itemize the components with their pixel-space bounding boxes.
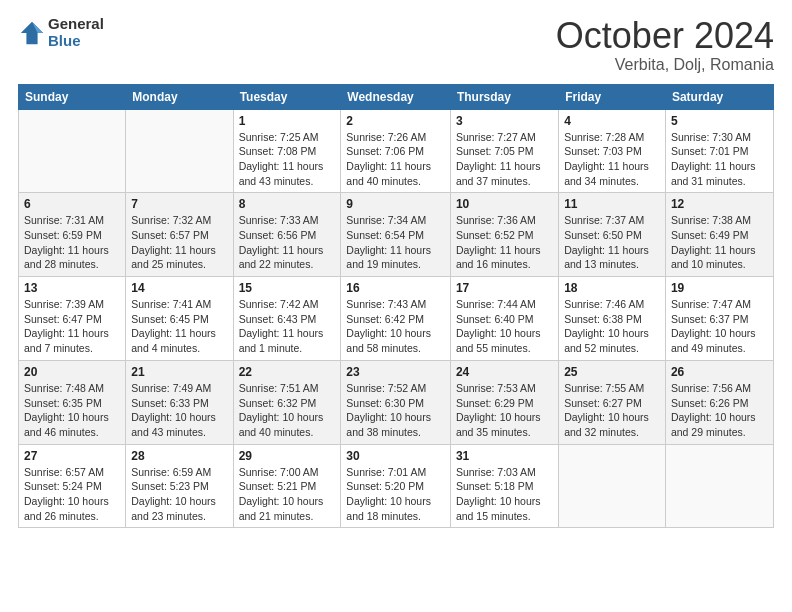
day-info: Sunrise: 7:27 AM Sunset: 7:05 PM Dayligh…: [456, 130, 553, 189]
day-number: 20: [24, 365, 120, 379]
day-info: Sunrise: 6:59 AM Sunset: 5:23 PM Dayligh…: [131, 465, 227, 524]
table-row: 4Sunrise: 7:28 AM Sunset: 7:03 PM Daylig…: [559, 109, 666, 193]
table-row: 25Sunrise: 7:55 AM Sunset: 6:27 PM Dayli…: [559, 360, 666, 444]
table-row: 3Sunrise: 7:27 AM Sunset: 7:05 PM Daylig…: [450, 109, 558, 193]
day-number: 18: [564, 281, 660, 295]
day-info: Sunrise: 7:41 AM Sunset: 6:45 PM Dayligh…: [131, 297, 227, 356]
day-info: Sunrise: 7:26 AM Sunset: 7:06 PM Dayligh…: [346, 130, 445, 189]
day-info: Sunrise: 7:33 AM Sunset: 6:56 PM Dayligh…: [239, 213, 336, 272]
table-row: 23Sunrise: 7:52 AM Sunset: 6:30 PM Dayli…: [341, 360, 451, 444]
day-number: 29: [239, 449, 336, 463]
day-info: Sunrise: 7:42 AM Sunset: 6:43 PM Dayligh…: [239, 297, 336, 356]
col-wednesday: Wednesday: [341, 84, 451, 109]
day-number: 19: [671, 281, 768, 295]
table-row: 5Sunrise: 7:30 AM Sunset: 7:01 PM Daylig…: [665, 109, 773, 193]
table-row: 16Sunrise: 7:43 AM Sunset: 6:42 PM Dayli…: [341, 277, 451, 361]
logo-blue: Blue: [48, 33, 104, 50]
day-number: 5: [671, 114, 768, 128]
col-thursday: Thursday: [450, 84, 558, 109]
table-row: [19, 109, 126, 193]
day-info: Sunrise: 7:31 AM Sunset: 6:59 PM Dayligh…: [24, 213, 120, 272]
col-saturday: Saturday: [665, 84, 773, 109]
day-number: 22: [239, 365, 336, 379]
day-info: Sunrise: 7:46 AM Sunset: 6:38 PM Dayligh…: [564, 297, 660, 356]
day-info: Sunrise: 7:38 AM Sunset: 6:49 PM Dayligh…: [671, 213, 768, 272]
day-number: 17: [456, 281, 553, 295]
table-row: 26Sunrise: 7:56 AM Sunset: 6:26 PM Dayli…: [665, 360, 773, 444]
day-number: 10: [456, 197, 553, 211]
day-number: 31: [456, 449, 553, 463]
page: General Blue October 2024 Verbita, Dolj,…: [0, 0, 792, 612]
day-number: 24: [456, 365, 553, 379]
table-row: 24Sunrise: 7:53 AM Sunset: 6:29 PM Dayli…: [450, 360, 558, 444]
day-number: 11: [564, 197, 660, 211]
table-row: 18Sunrise: 7:46 AM Sunset: 6:38 PM Dayli…: [559, 277, 666, 361]
day-info: Sunrise: 7:49 AM Sunset: 6:33 PM Dayligh…: [131, 381, 227, 440]
table-row: 6Sunrise: 7:31 AM Sunset: 6:59 PM Daylig…: [19, 193, 126, 277]
day-number: 7: [131, 197, 227, 211]
day-info: Sunrise: 7:32 AM Sunset: 6:57 PM Dayligh…: [131, 213, 227, 272]
table-row: 19Sunrise: 7:47 AM Sunset: 6:37 PM Dayli…: [665, 277, 773, 361]
day-info: Sunrise: 7:37 AM Sunset: 6:50 PM Dayligh…: [564, 213, 660, 272]
table-row: [665, 444, 773, 528]
table-row: 29Sunrise: 7:00 AM Sunset: 5:21 PM Dayli…: [233, 444, 341, 528]
day-number: 21: [131, 365, 227, 379]
calendar-week-row: 27Sunrise: 6:57 AM Sunset: 5:24 PM Dayli…: [19, 444, 774, 528]
table-row: 9Sunrise: 7:34 AM Sunset: 6:54 PM Daylig…: [341, 193, 451, 277]
day-info: Sunrise: 7:53 AM Sunset: 6:29 PM Dayligh…: [456, 381, 553, 440]
day-info: Sunrise: 7:43 AM Sunset: 6:42 PM Dayligh…: [346, 297, 445, 356]
table-row: 1Sunrise: 7:25 AM Sunset: 7:08 PM Daylig…: [233, 109, 341, 193]
day-info: Sunrise: 7:00 AM Sunset: 5:21 PM Dayligh…: [239, 465, 336, 524]
table-row: 15Sunrise: 7:42 AM Sunset: 6:43 PM Dayli…: [233, 277, 341, 361]
day-info: Sunrise: 7:30 AM Sunset: 7:01 PM Dayligh…: [671, 130, 768, 189]
day-number: 9: [346, 197, 445, 211]
day-number: 6: [24, 197, 120, 211]
table-row: 14Sunrise: 7:41 AM Sunset: 6:45 PM Dayli…: [126, 277, 233, 361]
day-info: Sunrise: 7:28 AM Sunset: 7:03 PM Dayligh…: [564, 130, 660, 189]
day-info: Sunrise: 7:36 AM Sunset: 6:52 PM Dayligh…: [456, 213, 553, 272]
day-number: 28: [131, 449, 227, 463]
day-info: Sunrise: 7:51 AM Sunset: 6:32 PM Dayligh…: [239, 381, 336, 440]
calendar-table: Sunday Monday Tuesday Wednesday Thursday…: [18, 84, 774, 529]
month-title: October 2024: [556, 16, 774, 56]
table-row: 20Sunrise: 7:48 AM Sunset: 6:35 PM Dayli…: [19, 360, 126, 444]
col-tuesday: Tuesday: [233, 84, 341, 109]
day-number: 2: [346, 114, 445, 128]
day-info: Sunrise: 7:01 AM Sunset: 5:20 PM Dayligh…: [346, 465, 445, 524]
calendar-week-row: 6Sunrise: 7:31 AM Sunset: 6:59 PM Daylig…: [19, 193, 774, 277]
day-number: 13: [24, 281, 120, 295]
day-number: 27: [24, 449, 120, 463]
table-row: 21Sunrise: 7:49 AM Sunset: 6:33 PM Dayli…: [126, 360, 233, 444]
day-info: Sunrise: 7:52 AM Sunset: 6:30 PM Dayligh…: [346, 381, 445, 440]
day-info: Sunrise: 7:56 AM Sunset: 6:26 PM Dayligh…: [671, 381, 768, 440]
table-row: [559, 444, 666, 528]
day-info: Sunrise: 7:55 AM Sunset: 6:27 PM Dayligh…: [564, 381, 660, 440]
table-row: 30Sunrise: 7:01 AM Sunset: 5:20 PM Dayli…: [341, 444, 451, 528]
calendar-week-row: 13Sunrise: 7:39 AM Sunset: 6:47 PM Dayli…: [19, 277, 774, 361]
day-number: 26: [671, 365, 768, 379]
calendar-header-row: Sunday Monday Tuesday Wednesday Thursday…: [19, 84, 774, 109]
logo-general: General: [48, 16, 104, 33]
table-row: 22Sunrise: 7:51 AM Sunset: 6:32 PM Dayli…: [233, 360, 341, 444]
table-row: 17Sunrise: 7:44 AM Sunset: 6:40 PM Dayli…: [450, 277, 558, 361]
logo: General Blue: [18, 16, 104, 49]
header: General Blue October 2024 Verbita, Dolj,…: [18, 16, 774, 74]
table-row: [126, 109, 233, 193]
table-row: 13Sunrise: 7:39 AM Sunset: 6:47 PM Dayli…: [19, 277, 126, 361]
day-info: Sunrise: 7:44 AM Sunset: 6:40 PM Dayligh…: [456, 297, 553, 356]
table-row: 11Sunrise: 7:37 AM Sunset: 6:50 PM Dayli…: [559, 193, 666, 277]
day-info: Sunrise: 7:03 AM Sunset: 5:18 PM Dayligh…: [456, 465, 553, 524]
day-info: Sunrise: 6:57 AM Sunset: 5:24 PM Dayligh…: [24, 465, 120, 524]
table-row: 12Sunrise: 7:38 AM Sunset: 6:49 PM Dayli…: [665, 193, 773, 277]
col-friday: Friday: [559, 84, 666, 109]
logo-icon: [18, 19, 46, 47]
col-monday: Monday: [126, 84, 233, 109]
table-row: 2Sunrise: 7:26 AM Sunset: 7:06 PM Daylig…: [341, 109, 451, 193]
col-sunday: Sunday: [19, 84, 126, 109]
day-number: 14: [131, 281, 227, 295]
day-number: 25: [564, 365, 660, 379]
table-row: 7Sunrise: 7:32 AM Sunset: 6:57 PM Daylig…: [126, 193, 233, 277]
day-number: 1: [239, 114, 336, 128]
day-number: 3: [456, 114, 553, 128]
table-row: 10Sunrise: 7:36 AM Sunset: 6:52 PM Dayli…: [450, 193, 558, 277]
